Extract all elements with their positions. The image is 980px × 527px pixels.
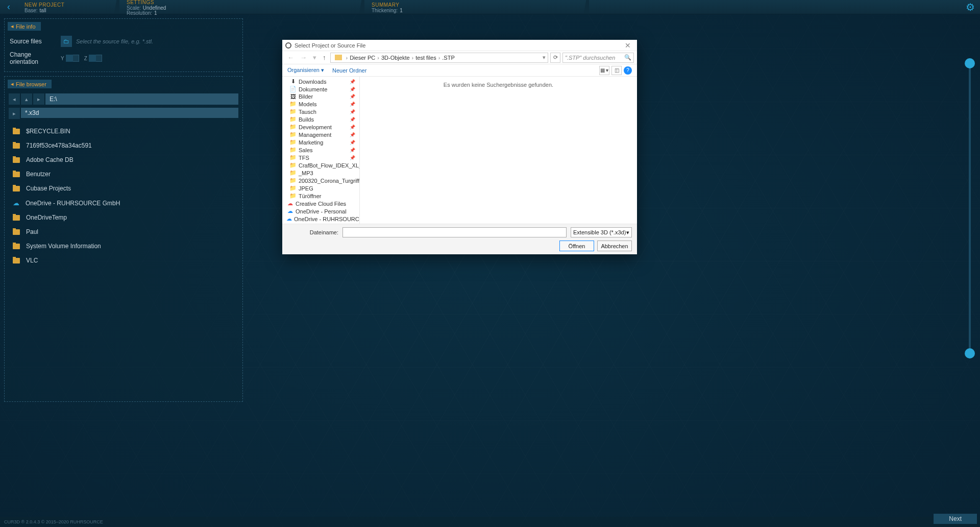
tree-node[interactable]: ☁OneDrive - RUHRSOURCE GmbH xyxy=(282,215,359,223)
tree-node-icon: 📁 xyxy=(289,108,297,115)
pin-icon: 📌 xyxy=(350,117,357,122)
dlg-folder-tree[interactable]: ⬇Downloads📌📄Dokumente📌🖼Bilder📌📁Models📌📁T… xyxy=(282,77,360,224)
dlg-preview-button[interactable]: ◫ xyxy=(611,66,622,75)
orientation-z-toggle[interactable]: Z xyxy=(84,55,102,62)
source-hint: Select the source file, e.g. *.stl. xyxy=(76,38,153,44)
next-button[interactable]: Next xyxy=(934,514,977,524)
browse-source-button[interactable]: 🗀 xyxy=(61,36,72,47)
tree-node[interactable]: ⬇Downloads📌 xyxy=(282,78,359,85)
dlg-organize-button[interactable]: Organisieren ▾ xyxy=(287,67,324,74)
filter-input[interactable] xyxy=(21,108,238,118)
tree-node[interactable]: 📁Builds📌 xyxy=(282,115,359,123)
tree-node-icon: 📁 xyxy=(289,139,297,146)
dlg-open-button[interactable]: Öffnen xyxy=(559,241,594,251)
dlg-view-button[interactable]: ▦ ▾ xyxy=(599,66,609,75)
file-open-dialog: Select Project or Source File ✕ ← → ▾ ↑ … xyxy=(282,40,637,254)
dlg-newfolder-button[interactable]: Neuer Ordner xyxy=(332,67,366,74)
collapse-arrow-icon: ◂ xyxy=(11,23,14,30)
file-item[interactable]: Adobe Cache DB xyxy=(8,153,239,167)
dlg-help-button[interactable]: ? xyxy=(624,66,632,75)
pin-icon: 📌 xyxy=(350,148,357,153)
tab-new-project[interactable]: NEW PROJECT Base:tall xyxy=(17,0,119,14)
dlg-nav-recent[interactable]: ▾ xyxy=(311,54,318,61)
tree-node-icon: 📁 xyxy=(289,116,297,123)
tree-node[interactable]: 📄Dokumente📌 xyxy=(282,85,359,93)
tab-title: SETTINGS xyxy=(127,0,354,5)
tab-summary[interactable]: SUMMARY Thickening:1 xyxy=(364,0,589,14)
folder-icon xyxy=(13,258,20,264)
tree-node[interactable]: 🖼Bilder📌 xyxy=(282,93,359,100)
tree-node[interactable]: 📁CrafBot_Flow_IDEX_XL_AME📌 xyxy=(282,161,359,169)
slider-handle-bottom[interactable] xyxy=(965,348,975,358)
file-item[interactable]: Benutzer xyxy=(8,167,239,181)
dlg-nav-fwd: → xyxy=(298,54,309,61)
back-button[interactable]: ‹ xyxy=(0,0,17,14)
pin-icon: 📌 xyxy=(350,102,357,107)
settings-gear-icon[interactable]: ⚙ xyxy=(961,0,980,14)
file-item[interactable]: $RECYCLE.BIN xyxy=(8,124,239,138)
pin-icon: 📌 xyxy=(350,87,357,92)
tree-node[interactable]: 📁Tausch📌 xyxy=(282,108,359,115)
nav-up-button[interactable]: ▴ xyxy=(21,93,32,105)
pin-icon: 📌 xyxy=(350,155,357,160)
tree-node[interactable]: 📁Türöffner xyxy=(282,192,359,200)
folder-icon xyxy=(13,229,20,235)
filename-label: Dateiname: xyxy=(287,229,338,235)
path-input[interactable] xyxy=(45,93,238,105)
tree-node[interactable]: ☁Creative Cloud Files xyxy=(282,200,359,207)
pin-icon: 📌 xyxy=(350,109,357,114)
dlg-nav-up[interactable]: ↑ xyxy=(321,54,328,61)
filter-go-button[interactable]: ▸ xyxy=(9,108,20,119)
dialog-title: Select Project or Source File xyxy=(295,42,365,49)
panel-file-browser: ◂ File browser ◂ ▴ ▸ ▸ $RECYCLE.BIN7169f… xyxy=(4,76,243,402)
nav-fwd-button[interactable]: ▸ xyxy=(33,93,44,105)
file-item[interactable]: ☁OneDrive - RUHRSOURCE GmbH xyxy=(8,196,239,210)
dialog-close-button[interactable]: ✕ xyxy=(622,41,634,50)
app-icon xyxy=(285,42,291,49)
zoom-slider[interactable] xyxy=(969,61,971,353)
file-item[interactable]: System Volume Information xyxy=(8,239,239,253)
file-item[interactable]: OneDriveTemp xyxy=(8,210,239,225)
tree-node[interactable]: 📁TFS📌 xyxy=(282,154,359,161)
tree-node[interactable]: 📁Management📌 xyxy=(282,131,359,138)
tree-node[interactable]: 📁200320_Corona_Turgriffe xyxy=(282,177,359,184)
folder-icon xyxy=(335,55,342,60)
panel-header-file-browser[interactable]: ◂ File browser xyxy=(8,80,52,88)
breadcrumb[interactable]: › Dieser PC› 3D-Objekte› test files› .ST… xyxy=(330,53,549,63)
tab-settings[interactable]: SETTINGS Scale:Undefined Resolution:1 xyxy=(119,0,364,14)
slider-handle-top[interactable] xyxy=(965,58,975,68)
version-text: CUR3D ® 2.0.4.3 © 2015–2020 RUHRSOURCE xyxy=(4,519,103,524)
orientation-label: Change orientation xyxy=(10,51,61,65)
file-item[interactable]: VLC xyxy=(8,253,239,268)
file-item[interactable]: 7169f53ce478a34ac591 xyxy=(8,138,239,153)
tree-node-icon: 📁 xyxy=(289,170,297,176)
collapse-arrow-icon: ◂ xyxy=(11,81,14,87)
dlg-nav-back[interactable]: ← xyxy=(285,54,296,61)
orientation-y-toggle[interactable]: Y xyxy=(61,55,79,62)
tree-node-icon: 📄 xyxy=(289,86,297,92)
tree-node[interactable]: 📁Models📌 xyxy=(282,100,359,108)
dlg-search-input[interactable]: ".STP" durchsuchen 🔍 xyxy=(562,53,634,63)
dlg-cancel-button[interactable]: Abbrechen xyxy=(597,241,632,251)
tree-node[interactable]: 📁_MP3 xyxy=(282,169,359,177)
tree-node[interactable]: ☁OneDrive - Personal xyxy=(282,207,359,215)
tree-node[interactable]: 📁JPEG xyxy=(282,184,359,192)
filetype-select[interactable]: Extensible 3D (*.x3d)▾ xyxy=(571,227,632,237)
tree-node-icon: 🖼 xyxy=(289,93,297,100)
panel-header-file-info[interactable]: ◂ File info xyxy=(8,22,41,31)
filename-input[interactable] xyxy=(342,227,567,237)
pin-icon: 📌 xyxy=(350,132,357,137)
source-files-label: Source files xyxy=(10,38,61,45)
tree-node[interactable]: 📁Development📌 xyxy=(282,123,359,131)
tree-node-icon: 📁 xyxy=(289,185,297,191)
tree-node[interactable]: 📁Sales📌 xyxy=(282,146,359,154)
dlg-refresh-button[interactable]: ⟳ xyxy=(550,53,560,63)
tree-node[interactable]: 📁Marketing📌 xyxy=(282,138,359,146)
nav-back-button[interactable]: ◂ xyxy=(9,93,20,105)
file-item[interactable]: Paul xyxy=(8,225,239,239)
folder-icon xyxy=(13,186,20,191)
tree-node-icon: ☁ xyxy=(286,208,293,214)
file-item[interactable]: Cubase Projects xyxy=(8,181,239,196)
folder-icon xyxy=(13,172,20,177)
tab-title: SUMMARY xyxy=(372,2,579,8)
